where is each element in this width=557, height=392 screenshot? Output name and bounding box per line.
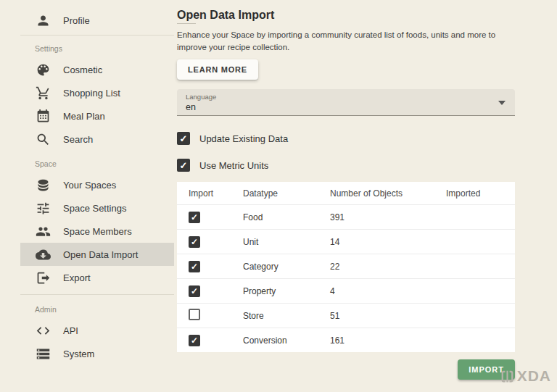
cart-icon	[35, 85, 51, 101]
sidebar-item-space-members[interactable]: Space Members	[20, 220, 174, 243]
title-underline	[177, 23, 196, 24]
column-header-datatype: Datatype	[243, 188, 330, 199]
sidebar: Profile SettingsCosmeticShopping ListMea…	[0, 0, 174, 392]
xda-logo-icon	[500, 369, 515, 384]
sidebar-item-export[interactable]: Export	[20, 266, 174, 289]
sidebar-item-label: Cosmetic	[63, 64, 102, 75]
sidebar-inner: Profile SettingsCosmeticShopping ListMea…	[20, 7, 174, 365]
sidebar-item-label: Shopping List	[63, 88, 120, 99]
count-cell: 14	[330, 237, 446, 247]
sidebar-item-label: Your Spaces	[63, 180, 116, 191]
import-table: Import Datatype Number of Objects Import…	[177, 182, 515, 352]
tune-icon	[35, 200, 51, 216]
import-cell: ✓	[189, 285, 243, 297]
person-icon	[35, 12, 51, 28]
import-cell: ✓	[189, 236, 243, 248]
palette-icon	[35, 62, 51, 78]
xda-watermark: XDA	[500, 367, 551, 385]
update-existing-data-option[interactable]: ✓ Update Existing Data	[177, 132, 515, 145]
use-metric-units-option[interactable]: ✓ Use Metric Units	[177, 159, 515, 172]
sidebar-item-system[interactable]: System	[20, 342, 174, 365]
datatype-cell: Conversion	[243, 335, 330, 346]
row-checkbox[interactable]: ✓	[189, 261, 200, 272]
sidebar-item-search[interactable]: Search	[20, 128, 174, 151]
sidebar-item-label: Space Members	[63, 226, 132, 237]
column-header-number-of-objects: Number of Objects	[330, 188, 446, 199]
sidebar-item-shopping-list[interactable]: Shopping List	[20, 81, 174, 104]
count-cell: 391	[330, 212, 446, 222]
database-icon	[35, 177, 51, 193]
sidebar-section-admin: AdminAPISystem	[20, 294, 174, 365]
sidebar-item-label: Space Settings	[63, 203, 126, 214]
column-header-imported: Imported	[446, 188, 515, 199]
app-window: Profile SettingsCosmeticShopping ListMea…	[0, 0, 557, 392]
table-row-food: ✓Food391	[177, 204, 515, 229]
export-icon	[35, 270, 51, 285]
sidebar-item-label: System	[63, 349, 94, 359]
row-checkbox[interactable]: ✓	[189, 335, 200, 346]
sidebar-item-meal-plan[interactable]: Meal Plan	[20, 104, 174, 128]
search-icon	[35, 131, 51, 147]
sidebar-item-label: Profile	[63, 15, 90, 26]
sidebar-item-api[interactable]: API	[20, 319, 174, 342]
table-actions: IMPORT	[177, 359, 515, 380]
table-body: ✓Food391✓Unit14✓Category22✓Property4Stor…	[177, 204, 515, 352]
datatype-cell: Category	[243, 262, 330, 272]
table-header-row: Import Datatype Number of Objects Import…	[177, 182, 515, 204]
main-content: Open Data Import Enhance your Space by i…	[174, 0, 557, 392]
table-row-category: ✓Category22	[177, 254, 515, 278]
table-row-conversion: ✓Conversion161	[177, 328, 515, 352]
count-cell: 4	[330, 286, 446, 296]
sidebar-item-profile[interactable]: Profile	[20, 7, 174, 33]
cloud-download-icon	[35, 246, 51, 262]
sidebar-item-label: Meal Plan	[63, 111, 105, 122]
import-cell: ✓	[189, 212, 243, 223]
import-cell	[189, 309, 243, 322]
chevron-down-icon	[498, 101, 506, 105]
calendar-icon	[35, 108, 51, 124]
column-header-import: Import	[189, 188, 243, 199]
count-cell: 22	[330, 262, 446, 272]
sidebar-section-title: Space	[35, 159, 174, 168]
option-label: Use Metric Units	[199, 160, 268, 171]
row-checkbox[interactable]: ✓	[189, 285, 200, 297]
row-checkbox[interactable]	[189, 309, 200, 320]
watermark-text: XDA	[517, 367, 551, 385]
import-cell: ✓	[189, 335, 243, 346]
datatype-cell: Unit	[243, 237, 330, 247]
group-icon	[35, 223, 51, 239]
checkbox-update-existing-data[interactable]: ✓	[177, 132, 190, 145]
language-select-label: Language	[186, 93, 506, 101]
code-icon	[35, 322, 51, 338]
datatype-cell: Food	[243, 212, 330, 222]
language-select[interactable]: Language en	[177, 89, 515, 116]
datatype-cell: Store	[243, 311, 330, 321]
sidebar-item-label: Export	[63, 272, 91, 283]
sidebar-item-cosmetic[interactable]: Cosmetic	[20, 58, 174, 81]
sidebar-section-settings: SettingsCosmeticShopping ListMeal PlanSe…	[20, 44, 174, 151]
count-cell: 161	[330, 335, 446, 346]
row-checkbox[interactable]: ✓	[189, 236, 200, 248]
sidebar-item-your-spaces[interactable]: Your Spaces	[20, 173, 174, 196]
learn-more-button[interactable]: LEARN MORE	[177, 59, 258, 80]
sidebar-section-title: Settings	[35, 44, 174, 53]
sidebar-item-space-settings[interactable]: Space Settings	[20, 196, 174, 220]
table-row-store: Store51	[177, 303, 515, 328]
server-icon	[35, 346, 51, 362]
sidebar-item-label: Search	[63, 134, 93, 145]
sidebar-item-open-data-import[interactable]: Open Data Import	[20, 243, 174, 266]
sidebar-item-label: API	[63, 325, 78, 336]
language-select-value: en	[186, 102, 506, 112]
sidebar-section-title: Admin	[35, 305, 174, 314]
sidebar-sections: SettingsCosmeticShopping ListMeal PlanSe…	[20, 44, 174, 365]
import-cell: ✓	[189, 261, 243, 272]
table-row-property: ✓Property4	[177, 278, 515, 303]
checkbox-use-metric-units[interactable]: ✓	[177, 159, 190, 172]
option-label: Update Existing Data	[199, 133, 288, 144]
page-description: Enhance your Space by importing a commun…	[177, 29, 515, 53]
sidebar-item-label: Open Data Import	[63, 249, 138, 260]
page-title: Open Data Import	[177, 9, 515, 22]
table-row-unit: ✓Unit14	[177, 229, 515, 254]
row-checkbox[interactable]: ✓	[189, 212, 200, 223]
sidebar-section-space: SpaceYour SpacesSpace SettingsSpace Memb…	[20, 159, 174, 289]
